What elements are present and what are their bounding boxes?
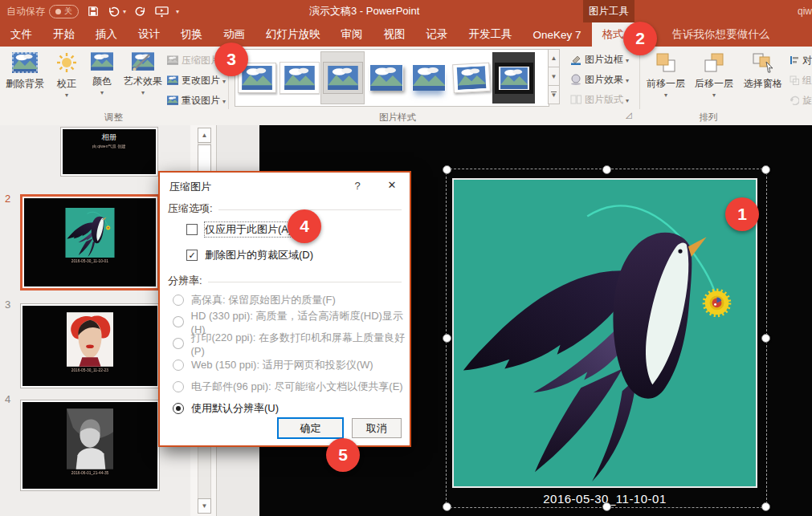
corrections-button[interactable]: 校正	[50, 48, 84, 101]
reset-picture-button[interactable]: 重设图片	[167, 91, 226, 109]
delete-cropped-areas-row[interactable]: ✓ 删除图片的剪裁区域(D)	[186, 248, 313, 262]
tab-slideshow[interactable]: 幻灯片放映	[255, 22, 331, 47]
tab-design[interactable]: 设计	[128, 22, 170, 47]
start-slideshow-button[interactable]	[155, 6, 169, 18]
resize-handle-bottom-left[interactable]	[443, 502, 451, 511]
resize-handle-bottom-right[interactable]	[761, 502, 770, 511]
picture-style-option[interactable]	[320, 51, 365, 104]
group-objects-icon	[790, 75, 799, 85]
radio-hd-330ppi[interactable]: HD (330 ppi): 高质量，适合高清晰度(HD)显示(H)	[173, 315, 410, 329]
picture-border-button[interactable]: 图片边框	[570, 51, 629, 68]
radio-high-fidelity[interactable]: 高保真: 保留原始图片的质量(F)	[173, 293, 336, 307]
resize-handle-top-center[interactable]	[602, 165, 611, 174]
group-objects-button[interactable]: 组合	[790, 71, 812, 89]
picture-effects-button[interactable]: 图片效果	[570, 71, 629, 88]
resize-handle-top-left[interactable]	[443, 165, 451, 174]
autosave-switch[interactable]: 关	[49, 5, 79, 18]
picture-style-option[interactable]	[278, 52, 320, 104]
picture-style-option-selected[interactable]	[492, 52, 535, 104]
tab-onekey[interactable]: OneKey 7	[523, 22, 592, 47]
radio-icon[interactable]	[173, 295, 184, 306]
customize-qat-caret[interactable]: ▾	[176, 8, 179, 15]
compress-pictures-button[interactable]: 压缩图片	[167, 51, 220, 69]
cancel-button[interactable]: 取消	[352, 418, 402, 438]
apply-only-this-picture-row[interactable]: 仅应用于此图片(A)	[186, 222, 292, 237]
compression-options-section: 压缩选项:	[168, 201, 402, 216]
radio-default-resolution[interactable]: 使用默认分辨率(U)	[173, 401, 279, 416]
undo-dropdown-caret[interactable]: ▾	[123, 8, 126, 15]
change-picture-icon	[167, 75, 178, 85]
checkbox-unchecked[interactable]	[186, 224, 198, 235]
slide-1-title: 相册	[102, 132, 117, 143]
user-name[interactable]: qiw	[798, 0, 812, 22]
change-picture-button[interactable]: 更改图片	[167, 71, 226, 89]
resize-handle-middle-left[interactable]	[443, 334, 451, 343]
autosave-toggle[interactable]: 自动保存 关	[6, 5, 79, 18]
resize-handle-middle-right[interactable]	[761, 334, 770, 343]
gallery-scroll-up-button[interactable]: ▲	[548, 49, 560, 67]
tell-me-box[interactable]: 告诉我你想要做什么	[662, 22, 781, 47]
radio-email-96ppi[interactable]: 电子邮件(96 ppi): 尽可能缩小文档以便共享(E)	[173, 380, 403, 394]
dialog-close-button[interactable]: ✕	[379, 176, 405, 193]
picture-style-option[interactable]	[450, 52, 492, 104]
redo-button[interactable]	[135, 6, 146, 17]
picture-layout-button[interactable]: 图片版式	[570, 91, 629, 108]
annotation-step-2: 2	[623, 22, 657, 55]
slide-4-thumbnail[interactable]: 2016-06-01_21-44-35	[20, 400, 160, 491]
radio-web-150ppi[interactable]: Web (150 ppi): 适用于网页和投影仪(W)	[173, 358, 373, 372]
slide-3-thumbnail[interactable]: 2016-05-30_11-22-23	[20, 303, 160, 388]
tab-review[interactable]: 审阅	[331, 22, 373, 47]
gallery-scroll-down-button[interactable]: ▼	[548, 67, 560, 86]
dialog-launcher-icon[interactable]: ◿	[626, 111, 635, 120]
dialog-help-button[interactable]: ?	[347, 177, 368, 193]
slide-2-thumbnail[interactable]: 2016-05-30_11-10-01	[20, 194, 160, 291]
resolution-section: 分辨率:	[168, 274, 402, 288]
gallery-more-button[interactable]: ▼	[548, 86, 560, 104]
radio-icon-selected[interactable]	[173, 403, 184, 414]
checkbox-checked[interactable]: ✓	[186, 250, 198, 261]
slideshow-icon	[155, 6, 169, 18]
radio-icon[interactable]	[173, 381, 184, 392]
send-backward-button[interactable]: 后移一层	[691, 48, 737, 101]
artistic-effects-button[interactable]: 艺术效果	[120, 48, 165, 99]
tab-transitions[interactable]: 切换	[170, 22, 213, 47]
ok-button[interactable]: 确定	[277, 417, 344, 439]
tab-home[interactable]: 开始	[43, 22, 85, 47]
rotate-button[interactable]: 旋转	[790, 91, 812, 109]
radio-print-220ppi[interactable]: 打印(220 ppi): 在多数打印机和屏幕上质量良好(P)	[173, 336, 410, 351]
scrollbar-down-button[interactable]: ▼	[198, 498, 211, 514]
slide-4-picture	[67, 408, 113, 469]
apply-only-this-picture-label[interactable]: 仅应用于此图片(A)	[205, 222, 292, 237]
rotate-icon	[790, 95, 799, 105]
slide-1-thumbnail[interactable]: 相册 由 qiwen气温 创建	[60, 127, 158, 177]
tab-record[interactable]: 记录	[416, 22, 459, 47]
radio-icon[interactable]	[173, 338, 184, 349]
save-button[interactable]	[88, 6, 99, 17]
delete-cropped-areas-label[interactable]: 删除图片的剪裁区域(D)	[205, 248, 313, 262]
selection-pane-icon	[752, 52, 774, 75]
color-button[interactable]: 颜色	[85, 48, 119, 99]
tab-file[interactable]: 文件	[0, 22, 43, 47]
resize-handle-bottom-center[interactable]	[602, 502, 611, 511]
group-label-arrange: 排列	[640, 112, 777, 124]
tab-insert[interactable]: 插入	[85, 22, 128, 47]
undo-button[interactable]	[108, 6, 120, 17]
tab-view[interactable]: 视图	[373, 22, 416, 47]
group-label-picture-styles: 图片样式	[229, 112, 566, 124]
tab-developer[interactable]: 开发工具	[459, 22, 523, 47]
radio-icon[interactable]	[173, 316, 184, 327]
bring-forward-button[interactable]: 前移一层	[643, 48, 689, 101]
align-button[interactable]: 对齐	[790, 51, 812, 69]
scrollbar-up-button[interactable]: ▲	[198, 128, 211, 143]
picture-style-option[interactable]	[365, 52, 407, 104]
picture-style-option[interactable]	[407, 52, 450, 104]
remove-background-button[interactable]: 删除背景	[2, 48, 48, 89]
undo-icon	[108, 6, 120, 17]
autosave-label: 自动保存	[6, 5, 45, 18]
selected-picture[interactable]	[452, 178, 757, 488]
resize-handle-top-right[interactable]	[761, 165, 770, 174]
ribbon: 删除背景 校正 颜色 艺术效果	[0, 47, 812, 126]
selection-pane-button[interactable]: 选择窗格	[739, 48, 787, 89]
artistic-effects-icon	[132, 52, 154, 73]
radio-icon[interactable]	[173, 360, 184, 371]
